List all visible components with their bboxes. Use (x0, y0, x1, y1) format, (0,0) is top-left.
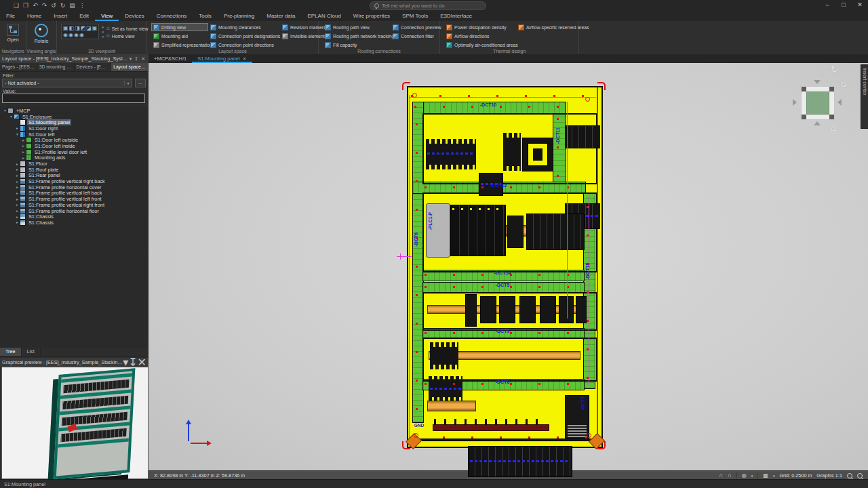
layout-space-canvas[interactable]: -DCT10 -DCT12 -DCT14 -DCT5 -DCT9 -DCT8 -… (149, 63, 868, 470)
tree-expander-icon[interactable]: ▸ (15, 167, 20, 171)
tree-item-s1-door-left-inside[interactable]: ▸S1:Door left inside (0, 143, 149, 149)
tree-expander-icon[interactable]: ▸ (15, 203, 20, 207)
sidebar-bottom-tab-tree[interactable]: Tree (0, 348, 22, 356)
menu-tab-file[interactable]: File (0, 11, 21, 21)
snap-icon[interactable]: ∩ (719, 472, 723, 479)
viewpoint-grid[interactable]: ▣◧◨◩◪▣◉◉◉◉ (61, 24, 99, 39)
object-snap-icon[interactable]: ∩ (728, 472, 732, 479)
ribbon-button-connection-preview[interactable]: Connection preview (391, 23, 441, 31)
pan-left-arrow-icon[interactable] (793, 99, 797, 106)
graphical-preview[interactable] (1, 367, 149, 479)
sidebar-tab-pages-ees-ind[interactable]: Pages - [EES]_Ind... (0, 63, 37, 71)
tree-expander-icon[interactable]: ▸ (15, 162, 20, 166)
tree-expander-icon[interactable]: ▸ (15, 180, 20, 184)
pan-right-arrow-icon[interactable] (837, 99, 842, 106)
component[interactable] (426, 139, 476, 169)
menu-tab-wire-properties[interactable]: Wire properties (347, 11, 396, 21)
menu-tab-eplan-cloud[interactable]: EPLAN Cloud (302, 11, 347, 21)
ribbon-button-open[interactable]: Open (5, 23, 21, 43)
pan-up-arrow-icon[interactable] (814, 80, 821, 84)
ribbon-button-set-as-home-view[interactable]: ⌂Set as home view (106, 25, 149, 32)
component[interactable] (503, 133, 521, 171)
ribbon-button-connection-filter[interactable]: Connection filter (391, 32, 441, 40)
tree-expander-icon[interactable]: ▾ (15, 132, 20, 136)
viewpoint-cube-icon[interactable]: ▣ (92, 25, 98, 31)
tree-expander-icon[interactable]: ▸ (21, 156, 26, 160)
ribbon-button-revision-markers[interactable]: Revision markers (280, 23, 321, 31)
component[interactable] (434, 419, 545, 424)
ribbon-button-routing-path-network-tracking[interactable]: Routing path network tracking (323, 32, 391, 40)
component[interactable] (412, 439, 601, 441)
close-icon[interactable]: ✕ (140, 56, 146, 62)
viewpoint-sphere-icon[interactable]: ◉ (74, 32, 79, 38)
menu-tab-devices[interactable]: Devices (119, 11, 150, 21)
value-input[interactable] (2, 94, 145, 103)
ribbon-button-fill-capacity[interactable]: Fill capacity (323, 41, 391, 49)
tree-expander-icon[interactable]: ▸ (15, 174, 20, 178)
view-cube[interactable] (801, 86, 835, 120)
ribbon-button-home-view[interactable]: ⌂Home view (106, 33, 149, 39)
tree-item-s1-enclosure[interactable]: ▾S1:Enclosure (0, 114, 149, 120)
view-cube-face[interactable] (806, 92, 829, 115)
chevron-down-icon[interactable]: ▾ (102, 25, 104, 29)
menu-tab-master-data[interactable]: Master data (260, 11, 301, 21)
globe-icon[interactable]: ◍ (742, 472, 747, 479)
component[interactable] (576, 296, 587, 323)
ribbon-button-airflow-specific-reserved-areas[interactable]: Airflow-specific reserved areas (516, 23, 578, 31)
component[interactable] (522, 138, 553, 171)
layout-space-panel-header[interactable]: Layout space - [EES]_Industry_Sample_Sta… (0, 54, 149, 64)
component[interactable] (540, 296, 556, 323)
component[interactable] (433, 424, 549, 431)
component[interactable] (468, 446, 572, 477)
menu-tab-tools[interactable]: Tools (193, 11, 218, 21)
chevron-down-icon[interactable]: ▾ (773, 472, 775, 479)
tree-expander-icon[interactable]: ▸ (15, 197, 20, 201)
viewpoint-sphere-icon[interactable]: ◉ (68, 32, 73, 38)
tree-item-s1-frame-profile-horizontal-cover[interactable]: ▸S1:Frame profile horizontal cover (0, 184, 149, 190)
tree-item-s1-door-left[interactable]: ▾S1:Door left (0, 131, 149, 138)
tree-item-s1-chassis[interactable]: ▸S1:Chassis (0, 220, 149, 226)
tree-expander-icon[interactable]: ▸ (15, 191, 20, 195)
component[interactable] (559, 296, 574, 323)
tree-item-s1-frame-profile-vertical-right-front[interactable]: ▸S1:Frame profile vertical right front (0, 202, 149, 208)
component[interactable] (450, 205, 506, 256)
search-input[interactable]: Tell me what you want to do (370, 1, 486, 10)
tree-expander-icon[interactable]: ▾ (3, 108, 7, 113)
component[interactable] (519, 296, 536, 323)
ribbon-button-mounting-clearances[interactable]: Mounting clearances (208, 23, 280, 31)
tree-item-s1-frame-profile-vertical-left-back[interactable]: ▸S1:Frame profile vertical left back (0, 190, 149, 197)
tree-item-mounting-aids[interactable]: ▸Mounting aids (0, 155, 149, 161)
component[interactable] (429, 376, 462, 402)
graphic-scale[interactable]: Graphic 1:1 (816, 472, 842, 479)
graphical-preview-header[interactable]: Graphical preview - [EES]_Industry_Sampl… (0, 358, 149, 367)
tree-expander-icon[interactable]: ▸ (15, 126, 20, 130)
menu-tab-spm-tools[interactable]: SPM Tools (396, 11, 434, 21)
viewpoint-cube-icon[interactable]: ◧ (69, 25, 75, 31)
tree-item-s1-profile-level-door-left[interactable]: ▸S1:Profile level door left (0, 149, 149, 155)
tree-item-s1-mounting-panel[interactable]: S1:Mounting panel (0, 119, 149, 125)
component[interactable] (565, 125, 600, 148)
component[interactable] (430, 342, 458, 369)
menu-tab-insert[interactable]: Insert (47, 11, 73, 21)
viewpoint-cube-icon[interactable]: ▣ (63, 25, 68, 31)
tree-expander-icon[interactable]: ▸ (21, 144, 26, 148)
filter-browse-button[interactable]: ... (135, 79, 146, 87)
tree-item-s1-frame-profile-vertical-right-back[interactable]: ▸S1:Frame profile vertical right back (0, 178, 149, 184)
ribbon-button-mounting-aid[interactable]: Mounting aid (151, 32, 208, 40)
menu-tab-connections[interactable]: Connections (151, 11, 193, 21)
chevron-down-icon[interactable]: ▾ (102, 35, 104, 39)
close-button[interactable]: ✕ (852, 0, 868, 10)
tree-item-s1-floor[interactable]: ▸S1:Floor (0, 161, 149, 167)
pin-icon[interactable]: ↧ (133, 56, 140, 62)
tree-expander-icon[interactable]: ▸ (15, 185, 20, 189)
tree-item-s1-door-left-outside[interactable]: ▸S1:Door left outside (0, 137, 149, 143)
ribbon-button-connection-point-directions[interactable]: Connection point directions (208, 41, 280, 49)
tree-item-mcp[interactable]: ▾+MCP (0, 108, 149, 114)
home-view-icon[interactable]: ⌂ (831, 121, 837, 133)
grid-icon[interactable]: ▦ (763, 472, 768, 479)
zoom-out-icon[interactable] (857, 473, 863, 479)
ribbon-button-routing-path-view[interactable]: Routing path view (323, 23, 391, 31)
tree-item-s1-chassis[interactable]: ▸S1:Chassis (0, 214, 149, 220)
tree-expander-icon[interactable]: ▸ (21, 138, 26, 142)
sidebar-bottom-tab-list[interactable]: List (22, 348, 41, 356)
